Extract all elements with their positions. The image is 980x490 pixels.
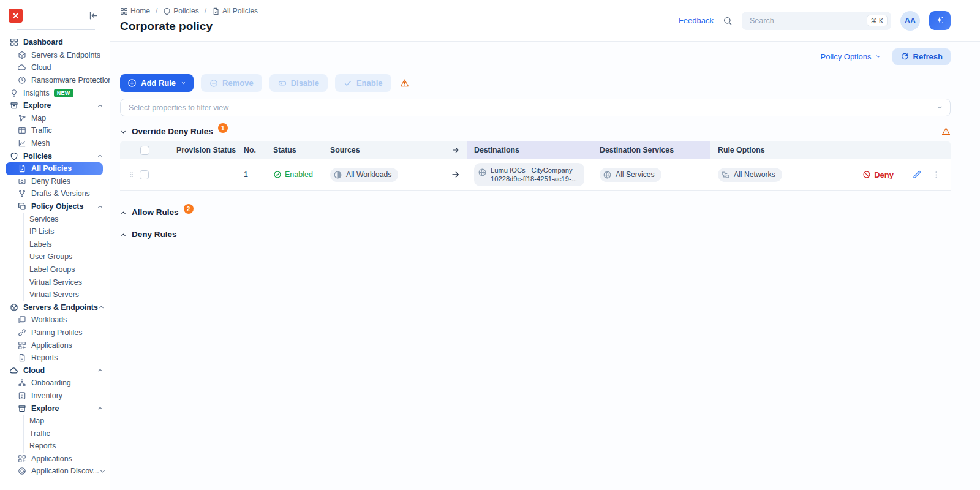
section-override-deny-rules[interactable]: Override Deny Rules 1	[120, 127, 951, 136]
sidebar-item-reports[interactable]: Reports	[0, 352, 110, 364]
chevron-down-icon[interactable]	[937, 104, 943, 111]
breadcrumb-all-policies[interactable]: All Policies	[212, 7, 258, 15]
sidebar-item-dashboard[interactable]: Dashboard	[0, 36, 110, 49]
sidebar-nav: Dashboard Servers & Endpoints Cloud Rans…	[0, 35, 110, 478]
sidebar-item-traffic[interactable]: Traffic	[0, 124, 110, 137]
sidebar-divider	[17, 29, 95, 30]
apps-icon	[18, 454, 26, 463]
breadcrumb-home[interactable]: Home	[120, 7, 150, 15]
sidebar-item-ip-lists[interactable]: IP Lists	[23, 225, 110, 238]
sidebar-item-insights[interactable]: InsightsNEW	[0, 86, 110, 99]
refresh-icon	[900, 52, 909, 61]
sidebar-item-label: Traffic	[29, 429, 50, 438]
sidebar-item-servers-endpoints[interactable]: Servers & Endpoints	[0, 49, 110, 62]
add-rule-button[interactable]: Add Rule	[120, 74, 194, 92]
select-all-checkbox[interactable]	[140, 146, 149, 155]
section-title: Allow Rules	[132, 208, 179, 217]
breadcrumb-policies[interactable]: Policies	[163, 7, 198, 15]
refresh-button[interactable]: Refresh	[892, 48, 951, 65]
sidebar-item-label: Map	[31, 114, 46, 123]
content-area: Policy Options Refresh Add Rule Remove D…	[110, 42, 980, 490]
minus-circle-icon	[209, 79, 218, 88]
new-badge: NEW	[54, 89, 74, 97]
enable-button[interactable]: Enable	[335, 74, 391, 92]
remove-button[interactable]: Remove	[201, 74, 262, 92]
workload-icon	[333, 170, 342, 179]
section-allow-rules[interactable]: Allow Rules 2	[120, 208, 951, 217]
section-title: Override Deny Rules	[132, 127, 213, 136]
sidebar-item-services[interactable]: Services	[23, 213, 110, 225]
sidebar-item-cloud-map[interactable]: Map	[23, 415, 110, 428]
filter-input[interactable]	[122, 104, 937, 112]
sidebar-collapse-icon[interactable]	[88, 10, 99, 21]
breadcrumb: Home / Policies / All Policies	[120, 7, 258, 15]
sidebar-item-label: Applications	[31, 341, 72, 350]
destination-services-chip[interactable]: All Services	[600, 168, 662, 182]
sidebar-item-drafts-versions[interactable]: Drafts & Versions	[0, 187, 110, 200]
check-icon	[344, 79, 352, 88]
sidebar-item-cloud-applications[interactable]: Applications	[0, 453, 110, 466]
arrow-right-icon	[451, 170, 461, 179]
sidebar-item-all-policies[interactable]: All Policies	[6, 162, 103, 175]
search-icon[interactable]	[723, 16, 733, 26]
drag-handle-icon[interactable]	[129, 170, 135, 179]
networks-icon	[721, 170, 730, 179]
sidebar-item-label: Virtual Servers	[29, 290, 79, 299]
sidebar-item-inventory[interactable]: Inventory	[0, 390, 110, 402]
sidebar-item-explore[interactable]: Explore	[0, 99, 110, 112]
section-deny-rules[interactable]: Deny Rules	[120, 230, 951, 239]
sidebar-item-application-discovery[interactable]: Application Discov...	[0, 465, 110, 478]
sidebar-item-map[interactable]: Map	[0, 112, 110, 125]
sidebar-item-workloads[interactable]: Workloads	[0, 314, 110, 326]
sidebar-item-applications[interactable]: Applications	[0, 339, 110, 352]
deny-icon	[862, 170, 871, 179]
sidebar-item-label: Reports	[29, 442, 56, 450]
sidebar-item-label: Services	[29, 215, 59, 224]
row-menu-icon[interactable]	[932, 170, 941, 179]
rules-table: Provision Status No. Status Sources Dest…	[120, 141, 951, 191]
sidebar-item-label: Policy Objects	[31, 202, 83, 211]
avatar[interactable]: AA	[900, 11, 920, 31]
edit-pencil-icon[interactable]	[912, 170, 922, 179]
sidebar-item-policy-objects[interactable]: Policy Objects	[0, 200, 110, 213]
sidebar-item-onboarding[interactable]: Onboarding	[0, 377, 110, 390]
policy-options-button[interactable]: Policy Options	[820, 52, 881, 61]
feedback-link[interactable]: Feedback	[679, 16, 714, 25]
cloud-icon	[10, 366, 18, 375]
map-icon	[18, 114, 26, 123]
sidebar-item-ransomware-protection[interactable]: Ransomware Protection	[0, 74, 110, 87]
sidebar-item-cloud-explore[interactable]: Explore	[0, 402, 110, 415]
destinations-chip[interactable]: Lumu IOCs - CityCompany-10228d9c-ff18-42…	[474, 163, 584, 186]
sources-chip[interactable]: All Workloads	[330, 168, 398, 182]
rule-options-chip[interactable]: All Networks	[718, 168, 782, 182]
apps-icon	[18, 341, 26, 350]
sidebar-item-label: Onboarding	[31, 379, 71, 387]
sidebar-item-labels[interactable]: Labels	[23, 238, 110, 251]
chevron-up-icon	[97, 153, 104, 159]
table-row: 1 Enabled All Workloads Lumu IOCs - City…	[120, 159, 951, 191]
chevron-down-icon	[875, 53, 881, 59]
sidebar-item-user-groups[interactable]: User Groups	[23, 251, 110, 263]
sidebar-item-label-groups[interactable]: Label Groups	[23, 263, 110, 276]
sidebar-item-deny-rules[interactable]: Deny Rules	[0, 175, 110, 188]
box-icon	[10, 101, 18, 110]
sidebar-item-pairing-profiles[interactable]: Pairing Profiles	[0, 326, 110, 339]
sidebar-item-policies[interactable]: Policies	[0, 149, 110, 162]
cube-icon	[18, 51, 26, 59]
search-input[interactable]	[750, 17, 867, 25]
sidebar-item-mesh[interactable]: Mesh	[0, 137, 110, 150]
sidebar-item-servers-endpoints-group[interactable]: Servers & Endpoints	[0, 301, 110, 314]
sidebar-item-cloud-group[interactable]: Cloud	[0, 364, 110, 377]
sidebar-item-cloud[interactable]: Cloud	[0, 61, 110, 74]
sidebar-item-cloud-traffic[interactable]: Traffic	[23, 427, 110, 440]
brand-logo[interactable]	[9, 9, 23, 23]
sidebar-item-virtual-services[interactable]: Virtual Services	[23, 276, 110, 288]
sidebar-item-virtual-servers[interactable]: Virtual Servers	[23, 288, 110, 301]
sidebar-item-cloud-reports[interactable]: Reports	[23, 440, 110, 453]
disable-button[interactable]: Disable	[270, 74, 328, 92]
ai-assistant-button[interactable]	[929, 11, 951, 30]
sidebar-item-label: Insights	[23, 89, 50, 97]
row-checkbox[interactable]	[140, 170, 149, 179]
status-enabled: Enabled	[273, 170, 313, 179]
policy-doc-icon	[18, 164, 26, 173]
